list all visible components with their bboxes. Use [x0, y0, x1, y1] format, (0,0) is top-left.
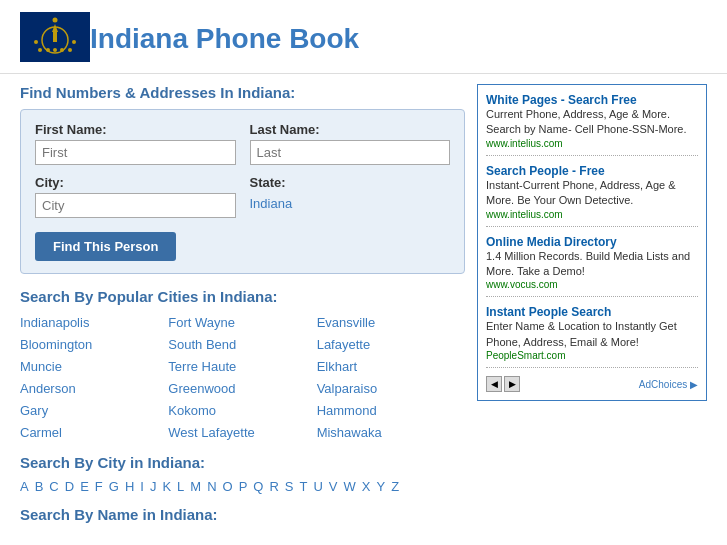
alpha-link[interactable]: N	[207, 479, 216, 494]
search-name-section: Search By Name in Indiana:	[20, 506, 465, 523]
ad-description: Enter Name & Location to Instantly Get P…	[486, 320, 677, 347]
city-link[interactable]: Hammond	[317, 401, 465, 420]
indiana-flag-icon	[20, 12, 90, 62]
ad-url: www.intelius.com	[486, 138, 698, 149]
city-group: City:	[35, 175, 236, 218]
search-box: First Name: Last Name: City: State:	[20, 109, 465, 274]
ad-entry: White Pages - Search Free Current Phone,…	[486, 93, 698, 156]
ad-choices-label: AdChoices ▶	[639, 379, 698, 390]
city-link[interactable]: Muncie	[20, 357, 168, 376]
city-link[interactable]: Gary	[20, 401, 168, 420]
svg-point-11	[53, 18, 58, 23]
alpha-link[interactable]: J	[150, 479, 157, 494]
state-label: State:	[250, 175, 451, 190]
cities-grid: IndianapolisFort WayneEvansvilleBlooming…	[20, 313, 465, 442]
page-wrapper: Indiana Phone Book Find Numbers & Addres…	[0, 0, 727, 545]
svg-point-8	[68, 48, 72, 52]
first-name-group: First Name:	[35, 122, 236, 165]
alpha-section: Search By City in Indiana: A B C D E F G…	[20, 454, 465, 494]
alpha-link[interactable]: F	[95, 479, 103, 494]
alpha-link[interactable]: S	[285, 479, 294, 494]
city-label: City:	[35, 175, 236, 190]
city-link[interactable]: Bloomington	[20, 335, 168, 354]
last-name-input[interactable]	[250, 140, 451, 165]
last-name-group: Last Name:	[250, 122, 451, 165]
location-row: City: State: Indiana	[35, 175, 450, 218]
city-link[interactable]: South Bend	[168, 335, 316, 354]
alpha-link[interactable]: K	[162, 479, 171, 494]
state-group: State: Indiana	[250, 175, 451, 218]
ad-next-button[interactable]: ▶	[504, 376, 520, 392]
city-link[interactable]: West Lafayette	[168, 423, 316, 442]
alpha-link[interactable]: V	[329, 479, 338, 494]
alpha-row: A B C D E F G H I J K L M N O P Q R S T …	[20, 479, 465, 494]
alpha-link[interactable]: O	[223, 479, 233, 494]
ad-title-link[interactable]: Instant People Search	[486, 305, 698, 319]
ad-entry: Search People - Free Instant-Current Pho…	[486, 164, 698, 227]
alpha-link[interactable]: A	[20, 479, 29, 494]
ad-description: Current Phone, Address, Age & More. Sear…	[486, 108, 687, 135]
first-name-input[interactable]	[35, 140, 236, 165]
ad-box: White Pages - Search Free Current Phone,…	[477, 84, 707, 401]
alpha-link[interactable]: B	[35, 479, 44, 494]
ad-title-link[interactable]: White Pages - Search Free	[486, 93, 698, 107]
alpha-link[interactable]: X	[362, 479, 371, 494]
city-link[interactable]: Mishawaka	[317, 423, 465, 442]
alpha-link[interactable]: H	[125, 479, 134, 494]
ad-url: www.vocus.com	[486, 279, 698, 290]
svg-point-6	[53, 48, 57, 52]
ad-url: PeopleSmart.com	[486, 350, 698, 361]
city-link[interactable]: Terre Haute	[168, 357, 316, 376]
alpha-link[interactable]: U	[313, 479, 322, 494]
alpha-link[interactable]: C	[49, 479, 58, 494]
ad-description: 1.4 Million Records. Build Media Lists a…	[486, 250, 690, 277]
flag-container	[20, 12, 90, 65]
city-link[interactable]: Elkhart	[317, 357, 465, 376]
cities-heading: Search By Popular Cities in Indiana:	[20, 288, 465, 305]
city-link[interactable]: Greenwood	[168, 379, 316, 398]
cities-section: Search By Popular Cities in Indiana: Ind…	[20, 288, 465, 442]
city-link[interactable]: Anderson	[20, 379, 168, 398]
city-link[interactable]: Valparaiso	[317, 379, 465, 398]
site-title: Indiana Phone Book	[90, 23, 359, 55]
alpha-link[interactable]: M	[190, 479, 201, 494]
ad-description: Instant-Current Phone, Address, Age & Mo…	[486, 179, 676, 206]
alpha-heading: Search By City in Indiana:	[20, 454, 465, 471]
city-link[interactable]: Lafayette	[317, 335, 465, 354]
alpha-link[interactable]: D	[65, 479, 74, 494]
ad-url: www.intelius.com	[486, 209, 698, 220]
right-panel: White Pages - Search Free Current Phone,…	[477, 84, 707, 531]
search-name-heading: Search By Name in Indiana:	[20, 506, 465, 523]
alpha-link[interactable]: Z	[391, 479, 399, 494]
alpha-link[interactable]: Y	[376, 479, 385, 494]
city-link[interactable]: Kokomo	[168, 401, 316, 420]
svg-point-4	[38, 48, 42, 52]
alpha-link[interactable]: W	[344, 479, 356, 494]
ad-footer: ◀ ▶ AdChoices ▶	[486, 376, 698, 392]
main-content: Find Numbers & Addresses In Indiana: Fir…	[0, 74, 727, 541]
left-panel: Find Numbers & Addresses In Indiana: Fir…	[20, 84, 465, 531]
city-link[interactable]: Evansville	[317, 313, 465, 332]
alpha-link[interactable]: L	[177, 479, 184, 494]
ad-title-link[interactable]: Online Media Directory	[486, 235, 698, 249]
alpha-link[interactable]: I	[140, 479, 144, 494]
alpha-link[interactable]: G	[109, 479, 119, 494]
ad-entry: Instant People Search Enter Name & Locat…	[486, 305, 698, 368]
alpha-link[interactable]: Q	[253, 479, 263, 494]
find-person-button[interactable]: Find This Person	[35, 232, 176, 261]
ad-entry: Online Media Directory 1.4 Million Recor…	[486, 235, 698, 298]
alpha-link[interactable]: T	[300, 479, 308, 494]
city-link[interactable]: Fort Wayne	[168, 313, 316, 332]
state-value: Indiana	[250, 193, 451, 211]
svg-point-5	[46, 48, 50, 52]
city-link[interactable]: Indianapolis	[20, 313, 168, 332]
first-name-label: First Name:	[35, 122, 236, 137]
alpha-link[interactable]: R	[269, 479, 278, 494]
ad-prev-button[interactable]: ◀	[486, 376, 502, 392]
alpha-link[interactable]: E	[80, 479, 89, 494]
search-heading: Find Numbers & Addresses In Indiana:	[20, 84, 465, 101]
ad-title-link[interactable]: Search People - Free	[486, 164, 698, 178]
city-link[interactable]: Carmel	[20, 423, 168, 442]
alpha-link[interactable]: P	[239, 479, 248, 494]
city-input[interactable]	[35, 193, 236, 218]
